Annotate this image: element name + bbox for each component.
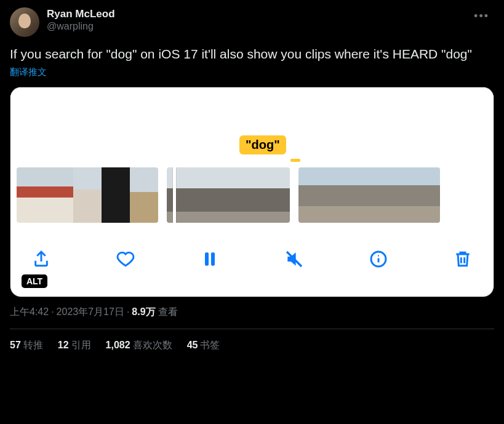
playhead-tick bbox=[290, 159, 300, 162]
search-term-tag: "dog" bbox=[239, 135, 286, 154]
avatar[interactable] bbox=[10, 7, 39, 37]
video-frame bbox=[228, 167, 259, 223]
video-frame bbox=[327, 167, 355, 223]
retweets-stat[interactable]: 57转推 bbox=[10, 339, 43, 352]
trash-icon bbox=[453, 249, 473, 269]
video-frame bbox=[198, 167, 228, 223]
tweet-container: Ryan McLeod @warpling ••• If you search … bbox=[0, 0, 504, 352]
more-button[interactable]: ••• bbox=[469, 7, 494, 25]
media-card[interactable]: "dog" bbox=[10, 87, 494, 297]
video-frame bbox=[355, 167, 383, 223]
video-frame bbox=[130, 167, 158, 223]
mute-icon bbox=[284, 249, 304, 269]
likes-stat[interactable]: 1,082喜欢次数 bbox=[106, 339, 172, 352]
video-scrubber[interactable] bbox=[10, 167, 494, 223]
like-button[interactable] bbox=[112, 246, 139, 273]
clip-group-3[interactable] bbox=[298, 167, 440, 223]
video-frame bbox=[412, 167, 440, 223]
heart-icon bbox=[116, 249, 135, 269]
clip-group-2[interactable] bbox=[167, 167, 290, 223]
tweet-text: If you search for "dog" on iOS 17 it'll … bbox=[10, 46, 494, 63]
media-toolbar bbox=[10, 235, 494, 283]
info-icon bbox=[369, 249, 388, 269]
translate-link[interactable]: 翻译推文 bbox=[10, 66, 47, 78]
info-button[interactable] bbox=[365, 246, 392, 273]
video-frame bbox=[383, 167, 412, 223]
clip-group-1[interactable] bbox=[17, 167, 158, 223]
user-block[interactable]: Ryan McLeod @warpling bbox=[47, 7, 115, 33]
alt-badge[interactable]: ALT bbox=[22, 274, 47, 288]
svg-rect-0 bbox=[205, 253, 209, 266]
view-label: 查看 bbox=[156, 306, 178, 317]
pause-button[interactable] bbox=[196, 246, 223, 273]
quotes-stat[interactable]: 12引用 bbox=[58, 339, 91, 352]
bookmarks-stat[interactable]: 45书签 bbox=[187, 339, 220, 352]
video-frame bbox=[73, 167, 102, 223]
svg-point-5 bbox=[378, 255, 379, 257]
tweet-date[interactable]: 2023年7月17日 bbox=[57, 306, 124, 317]
user-handle: @warpling bbox=[47, 20, 115, 33]
delete-button[interactable] bbox=[449, 246, 476, 273]
video-frame bbox=[259, 167, 290, 223]
video-frame bbox=[298, 167, 327, 223]
tweet-meta: 上午4:42·2023年7月17日·8.9万 查看 bbox=[10, 306, 494, 319]
svg-rect-1 bbox=[211, 253, 215, 266]
share-icon bbox=[31, 249, 51, 269]
mute-button[interactable] bbox=[281, 246, 308, 273]
tweet-stats: 57转推 12引用 1,082喜欢次数 45书签 bbox=[10, 329, 494, 352]
share-button[interactable] bbox=[28, 246, 55, 273]
pause-icon bbox=[200, 249, 220, 269]
media-whitespace bbox=[10, 87, 494, 169]
tweet-header: Ryan McLeod @warpling ••• bbox=[10, 7, 494, 37]
tweet-time[interactable]: 上午4:42 bbox=[10, 306, 49, 317]
video-frame bbox=[167, 167, 198, 223]
video-frame bbox=[102, 167, 130, 223]
view-count: 8.9万 bbox=[132, 306, 155, 317]
video-frame bbox=[17, 167, 45, 223]
display-name: Ryan McLeod bbox=[47, 7, 115, 20]
video-frame bbox=[45, 167, 73, 223]
